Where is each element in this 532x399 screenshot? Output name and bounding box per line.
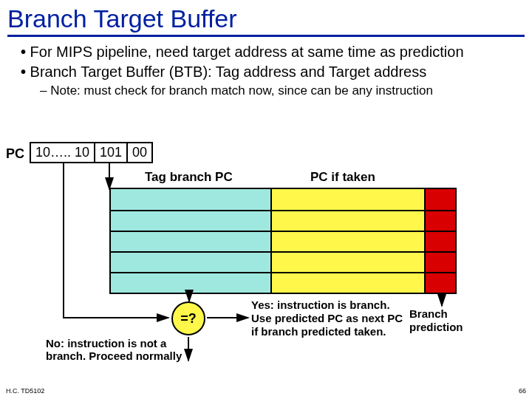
- target-cell: [272, 253, 426, 272]
- tag-cell: [111, 232, 272, 251]
- prediction-cell: [426, 253, 455, 272]
- footer-left: H.C. TD5102: [6, 387, 44, 395]
- branch-prediction-label: Branch prediction: [409, 307, 483, 334]
- btb-diagram: PC 10….. 10 101 00 Tag branch PC PC if t…: [0, 139, 532, 383]
- bullet-2: Branch Target Buffer (BTB): Tag address …: [21, 63, 511, 81]
- target-cell: [272, 189, 426, 210]
- table-row: [111, 272, 455, 293]
- tag-cell: [111, 211, 272, 231]
- comparator: =?: [171, 301, 205, 335]
- table-row: [111, 251, 455, 272]
- pc-high-bits: 10….. 10: [31, 143, 95, 162]
- target-cell: [272, 273, 426, 293]
- table-row: [111, 189, 455, 210]
- pc-low-bits: 00: [128, 143, 151, 162]
- tag-cell: [111, 189, 272, 210]
- table-row: [111, 210, 455, 231]
- target-cell: [272, 211, 426, 231]
- yes-match-text: Yes: instruction is branch. Use predicte…: [251, 299, 406, 338]
- pc-register: 10….. 10 101 00: [30, 142, 153, 163]
- tag-column-header: Tag branch PC: [145, 170, 233, 185]
- target-cell: [272, 232, 426, 251]
- prediction-cell: [426, 211, 455, 231]
- title-underline: [7, 35, 525, 37]
- bullet-1: For MIPS pipeline, need target address a…: [21, 43, 511, 61]
- slide-title: Branch Target Buffer: [0, 0, 532, 33]
- prediction-cell: [426, 232, 455, 251]
- prediction-cell: [426, 273, 455, 293]
- page-number: 66: [519, 387, 526, 395]
- no-match-text: No: instruction is not a branch. Proceed…: [46, 337, 194, 362]
- table-row: [111, 231, 455, 251]
- pc-label: PC: [6, 146, 24, 162]
- tag-cell: [111, 273, 272, 293]
- prediction-cell: [426, 189, 455, 210]
- sub-bullet: Note: must check for branch match now, s…: [21, 83, 511, 98]
- pc-index-bits: 101: [95, 143, 128, 162]
- bullet-list: For MIPS pipeline, need target address a…: [0, 43, 532, 98]
- tag-cell: [111, 253, 272, 272]
- target-column-header: PC if taken: [310, 170, 375, 185]
- btb-table: [109, 188, 457, 294]
